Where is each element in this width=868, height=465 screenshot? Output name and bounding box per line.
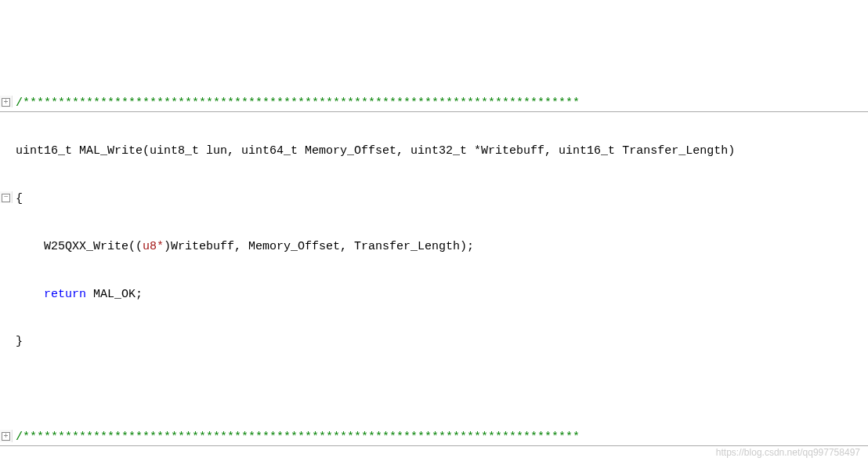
code-text: return MAL_OK; xyxy=(13,287,868,303)
fold-plus-icon[interactable]: + xyxy=(2,432,10,441)
code-line: return MAL_OK; xyxy=(0,287,868,303)
code-line: } xyxy=(0,334,868,350)
code-editor[interactable]: + /*************************************… xyxy=(0,64,868,465)
code-line: W25QXX_Write((u8*)Writebuff, Memory_Offs… xyxy=(0,239,868,255)
function-signature: uint16_t MAL_Write(uint8_t lun, uint64_t… xyxy=(13,143,868,159)
brace: { xyxy=(13,191,868,207)
fold-gutter[interactable]: + xyxy=(0,430,13,442)
watermark: https://blog.csdn.net/qq997758497 xyxy=(716,446,860,459)
brace: } xyxy=(13,334,868,350)
fold-minus-icon[interactable]: − xyxy=(2,194,10,202)
code-line: uint16_t MAL_Write(uint8_t lun, uint64_t… xyxy=(0,143,868,159)
code-line: + /*************************************… xyxy=(0,96,868,112)
blank-line xyxy=(13,382,868,398)
fold-gutter[interactable]: − xyxy=(0,191,13,203)
comment-line: /***************************************… xyxy=(13,430,868,445)
code-line: + /*************************************… xyxy=(0,430,868,446)
fold-gutter[interactable]: + xyxy=(0,96,13,108)
code-text: W25QXX_Write((u8*)Writebuff, Memory_Offs… xyxy=(13,239,868,255)
code-line: − { xyxy=(0,191,868,207)
code-line xyxy=(0,382,868,398)
fold-plus-icon[interactable]: + xyxy=(2,98,10,107)
comment-line: /***************************************… xyxy=(13,96,868,111)
